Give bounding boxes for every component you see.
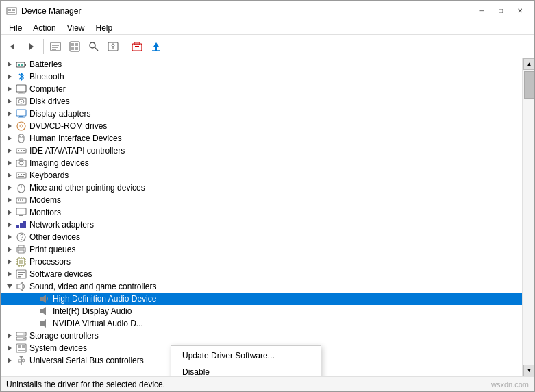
- tree-item-other[interactable]: ?Other devices: [1, 231, 522, 243]
- expand-icon-intel-display[interactable]: [28, 306, 38, 316]
- toolbar-forward[interactable]: [23, 38, 40, 56]
- expand-icon-hid[interactable]: [5, 134, 14, 143]
- svg-rect-70: [16, 198, 26, 203]
- expand-icon-disk[interactable]: [5, 97, 14, 106]
- menu-help[interactable]: Help: [90, 22, 119, 34]
- tree-item-nvidia-audio[interactable]: NVIDIA Virtual Audio D...: [1, 317, 522, 330]
- menu-bar: File Action View Help: [1, 21, 534, 35]
- svg-marker-108: [7, 284, 12, 289]
- toolbar-scan[interactable]: [85, 38, 103, 56]
- expand-icon-sound[interactable]: [5, 282, 14, 291]
- tree-item-network[interactable]: Network adapters: [1, 219, 522, 231]
- tree-item-keyboards[interactable]: Keyboards: [1, 169, 522, 182]
- tree-item-dvd[interactable]: DVD/CD-ROM drives: [1, 120, 522, 132]
- expand-icon-computer[interactable]: [5, 84, 14, 94]
- tree-item-sound[interactable]: Sound, video and game controllers: [1, 280, 522, 293]
- item-icon-bluetooth: [16, 71, 27, 82]
- tree-item-storage[interactable]: Storage controllers: [1, 330, 522, 342]
- svg-rect-3: [8, 12, 15, 13]
- svg-rect-54: [21, 150, 22, 151]
- tree-item-processors[interactable]: Processors: [1, 256, 522, 268]
- tree-item-intel-display[interactable]: Intel(R) Display Audio: [1, 305, 522, 317]
- toolbar: [1, 35, 534, 58]
- expand-icon-monitors[interactable]: [5, 208, 14, 217]
- maximize-button[interactable]: □: [492, 4, 510, 18]
- toolbar-properties[interactable]: [47, 38, 64, 56]
- tree-item-print[interactable]: Print queues: [1, 243, 522, 256]
- expand-icon-software[interactable]: [5, 269, 14, 279]
- ctx-item-disable[interactable]: Disable: [171, 364, 321, 376]
- close-button[interactable]: ✕: [511, 4, 529, 18]
- tree-item-batteries[interactable]: Batteries: [1, 58, 522, 71]
- svg-marker-30: [8, 74, 12, 79]
- ctx-item-update-driver-software[interactable]: Update Driver Software...: [171, 347, 321, 364]
- tree-item-display[interactable]: Display adapters: [1, 108, 522, 120]
- svg-marker-23: [153, 42, 159, 51]
- title-controls: ─ □ ✕: [473, 4, 529, 18]
- expand-icon-display[interactable]: [5, 109, 14, 119]
- expand-icon-storage[interactable]: [5, 331, 14, 341]
- svg-marker-77: [8, 222, 12, 228]
- item-icon-computer: [16, 84, 27, 95]
- scrollbar[interactable]: ▲ ▼: [523, 58, 534, 376]
- expand-icon-dvd[interactable]: [5, 121, 14, 131]
- minimize-button[interactable]: ─: [473, 4, 490, 18]
- tree-item-ide[interactable]: IDE ATA/ATAPI controllers: [1, 145, 522, 157]
- tree-item-hd-audio[interactable]: High Definition Audio Device: [1, 293, 522, 305]
- svg-point-58: [19, 161, 23, 165]
- svg-marker-56: [8, 160, 12, 166]
- toolbar-uninstall[interactable]: [128, 38, 146, 56]
- tree-item-imaging[interactable]: Imaging devices: [1, 157, 522, 169]
- expand-icon-nvidia-audio[interactable]: [28, 319, 38, 328]
- item-icon-dvd: [16, 121, 27, 132]
- svg-rect-14: [75, 47, 78, 50]
- toolbar-download[interactable]: [147, 38, 165, 56]
- expand-icon-ide[interactable]: [5, 146, 14, 156]
- expand-icon-batteries[interactable]: [5, 60, 14, 69]
- tree-item-disk[interactable]: Disk drives: [1, 95, 522, 108]
- scroll-down-button[interactable]: ▼: [523, 365, 534, 376]
- device-tree[interactable]: BatteriesBluetoothComputerDisk drivesDis…: [1, 58, 523, 376]
- svg-marker-111: [40, 307, 46, 315]
- svg-rect-28: [18, 64, 20, 66]
- toolbar-help[interactable]: [104, 38, 122, 56]
- scroll-up-button[interactable]: ▲: [523, 58, 534, 70]
- tree-item-modems[interactable]: Modems: [1, 194, 522, 206]
- tree-item-mice[interactable]: Mice and other pointing devices: [1, 182, 522, 194]
- svg-marker-5: [29, 43, 34, 50]
- menu-file[interactable]: File: [3, 22, 27, 34]
- tree-item-bluetooth[interactable]: Bluetooth: [1, 71, 522, 83]
- tree-item-hid[interactable]: Human Interface Devices: [1, 132, 522, 145]
- svg-rect-106: [18, 274, 23, 275]
- svg-rect-87: [18, 250, 24, 253]
- expand-icon-keyboards[interactable]: [5, 171, 14, 180]
- window-icon: [6, 5, 17, 16]
- scroll-thumb[interactable]: [524, 71, 534, 99]
- item-label-system: System devices: [29, 343, 87, 353]
- expand-icon-bluetooth[interactable]: [5, 72, 14, 82]
- expand-icon-mice[interactable]: [5, 183, 14, 193]
- expand-icon-print[interactable]: [5, 245, 14, 254]
- tree-item-computer[interactable]: Computer: [1, 83, 522, 95]
- expand-icon-network[interactable]: [5, 220, 14, 230]
- tree-item-software[interactable]: Software devices: [1, 268, 522, 280]
- expand-icon-hd-audio[interactable]: [28, 294, 38, 304]
- toolbar-sep-1: [43, 39, 44, 54]
- svg-marker-25: [8, 62, 12, 67]
- expand-icon-modems[interactable]: [5, 195, 14, 205]
- tree-item-monitors[interactable]: Monitors: [1, 206, 522, 219]
- svg-rect-63: [21, 174, 22, 175]
- svg-marker-60: [8, 173, 12, 178]
- toolbar-update[interactable]: [66, 38, 84, 56]
- menu-action[interactable]: Action: [27, 22, 61, 34]
- expand-icon-usb[interactable]: [5, 356, 14, 365]
- expand-icon-other[interactable]: [5, 232, 14, 242]
- item-icon-print: [16, 244, 27, 255]
- expand-icon-system[interactable]: [5, 343, 14, 353]
- toolbar-back[interactable]: [3, 38, 21, 56]
- expand-icon-processors[interactable]: [5, 257, 14, 267]
- context-menu: Update Driver Software...DisableUninstal…: [171, 345, 321, 376]
- item-label-monitors: Monitors: [29, 208, 61, 217]
- expand-icon-imaging[interactable]: [5, 158, 14, 168]
- menu-view[interactable]: View: [62, 22, 90, 34]
